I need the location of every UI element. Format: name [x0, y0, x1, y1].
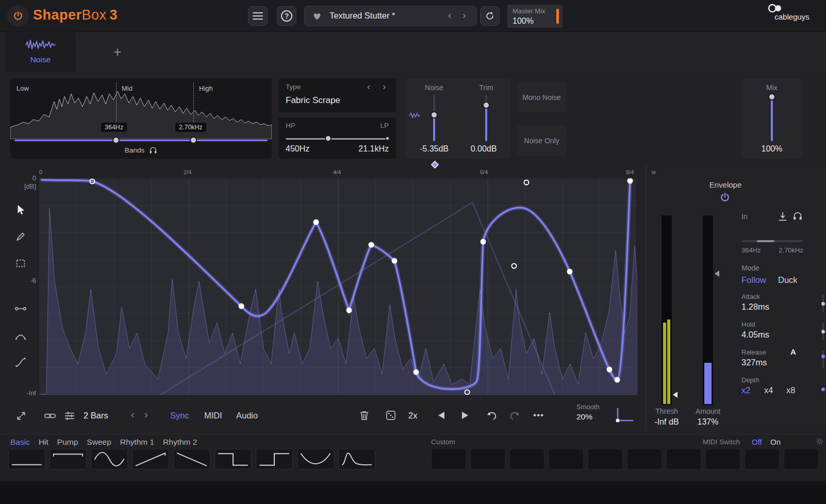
- draw-tool-button[interactable]: [11, 227, 30, 246]
- amount-value[interactable]: 137%: [695, 417, 721, 427]
- delete-wave-button[interactable]: [355, 406, 373, 425]
- randomize-button[interactable]: [382, 406, 400, 425]
- lp-handle[interactable]: [385, 136, 390, 141]
- midi-mode-button[interactable]: MIDI: [204, 411, 222, 421]
- env-input-range-slider[interactable]: [741, 240, 803, 242]
- line-tool-button[interactable]: [11, 299, 30, 318]
- band-listen-headphones-icon[interactable]: [149, 146, 157, 154]
- category-pump[interactable]: Pump: [57, 438, 78, 447]
- type-value[interactable]: Fabric Scrape: [286, 95, 340, 106]
- type-prev-button[interactable]: ‹: [367, 81, 370, 92]
- threshold-value[interactable]: -Inf dB: [646, 417, 687, 427]
- mix-value[interactable]: 100%: [741, 144, 803, 154]
- master-mix-level-bar[interactable]: [556, 9, 559, 24]
- depth-x4-button[interactable]: x4: [764, 385, 773, 395]
- wave-preset-sine[interactable]: [91, 449, 128, 469]
- s-curve-tool-button[interactable]: [11, 353, 30, 372]
- help-button[interactable]: ?: [277, 6, 296, 26]
- mix-slider-handle[interactable]: [768, 93, 775, 100]
- crossover-line-high[interactable]: [193, 82, 194, 127]
- custom-wave-slot-5[interactable]: [588, 449, 623, 469]
- undo-button[interactable]: [483, 406, 501, 425]
- amount-meter[interactable]: [703, 215, 713, 405]
- custom-wave-slot-6[interactable]: [627, 449, 662, 469]
- midi-switch-settings-icon[interactable]: [816, 438, 823, 445]
- collapse-panel-button[interactable]: »: [651, 167, 656, 177]
- wave-preset-valley[interactable]: [297, 449, 334, 469]
- custom-wave-slot-3[interactable]: [509, 449, 544, 469]
- noise-only-button[interactable]: Noise Only: [517, 126, 567, 156]
- attack-mini-slider[interactable]: [822, 295, 824, 312]
- wave-pattern-list-button[interactable]: [61, 407, 78, 425]
- threshold-marker[interactable]: [673, 392, 678, 398]
- custom-wave-slot-8[interactable]: [705, 449, 740, 469]
- release-auto-badge[interactable]: A: [790, 347, 796, 356]
- arc-tool-button[interactable]: [11, 326, 30, 345]
- select-tool-button[interactable]: [11, 254, 30, 273]
- midi-switch-off-button[interactable]: Off: [752, 438, 762, 446]
- filter-range-slider[interactable]: [286, 138, 389, 140]
- mode-duck-button[interactable]: Duck: [778, 275, 798, 285]
- pointer-tool-button[interactable]: [11, 200, 30, 219]
- shift-wave-right-button[interactable]: [456, 406, 474, 425]
- release-value[interactable]: 327ms: [741, 358, 767, 367]
- wave-preset-spike-decay[interactable]: [338, 449, 375, 469]
- custom-wave-slot-1[interactable]: [431, 449, 466, 469]
- custom-wave-slot-10[interactable]: [784, 449, 819, 469]
- lfo-editor[interactable]: [39, 178, 637, 394]
- category-rhythm2[interactable]: Rhythm 2: [163, 438, 197, 447]
- tab-noise[interactable]: Noise: [5, 32, 76, 72]
- trim-slider-handle[interactable]: [483, 102, 490, 109]
- add-tab-button[interactable]: +: [108, 43, 127, 61]
- custom-wave-slot-2[interactable]: [470, 449, 505, 469]
- custom-wave-slot-4[interactable]: [549, 449, 584, 469]
- preset-bar[interactable]: Textured Stutter * ‹ ›: [304, 6, 477, 26]
- crossover-line-low[interactable]: [116, 82, 117, 127]
- hold-mini-slider[interactable]: [822, 323, 824, 340]
- shift-wave-left-button[interactable]: [432, 406, 451, 425]
- bars-length-value[interactable]: 2 Bars: [84, 411, 108, 421]
- lfo-canvas[interactable]: [39, 178, 637, 395]
- noise-value[interactable]: -5.35dB: [410, 144, 458, 154]
- noise-slider-handle[interactable]: [431, 111, 438, 119]
- category-rhythm1[interactable]: Rhythm 1: [120, 438, 154, 447]
- category-basic[interactable]: Basic: [10, 438, 30, 447]
- hp-value[interactable]: 450Hz: [286, 144, 309, 154]
- category-hit[interactable]: Hit: [39, 438, 48, 447]
- audio-mode-button[interactable]: Audio: [236, 411, 258, 421]
- band-split-handle-low[interactable]: [112, 137, 120, 144]
- sync-mode-button[interactable]: Sync: [170, 411, 189, 421]
- wave-preset-ramp-up[interactable]: [132, 449, 169, 469]
- ab-loop-button[interactable]: [480, 6, 500, 26]
- midi-switch-on-button[interactable]: On: [770, 438, 781, 446]
- favorite-heart-icon[interactable]: [312, 11, 322, 21]
- bars-prev-button[interactable]: ‹: [131, 409, 135, 421]
- custom-wave-slot-7[interactable]: [666, 449, 701, 469]
- redo-button[interactable]: [505, 406, 524, 425]
- mode-follow-button[interactable]: Follow: [741, 275, 766, 285]
- depth-x8-button[interactable]: x8: [786, 385, 795, 395]
- preset-prev-button[interactable]: ‹: [448, 9, 452, 21]
- band-split-slider[interactable]: [14, 140, 268, 141]
- amount-marker[interactable]: [715, 271, 719, 277]
- envelope-power-button[interactable]: [719, 192, 731, 203]
- sidechain-input-icon[interactable]: [777, 211, 788, 223]
- wave-preset-step-up[interactable]: [256, 449, 293, 469]
- wave-preset-step-down[interactable]: [214, 449, 252, 469]
- release-mini-slider[interactable]: [822, 350, 824, 368]
- wave-preset-flat-low[interactable]: [8, 449, 45, 469]
- trim-value[interactable]: 0.00dB: [461, 144, 506, 154]
- preset-name[interactable]: Textured Stutter *: [329, 11, 395, 21]
- band-split-handle-high[interactable]: [190, 137, 197, 144]
- preset-next-button[interactable]: ›: [462, 9, 466, 21]
- depth-mini-handle[interactable]: [821, 388, 825, 391]
- power-button[interactable]: [7, 5, 29, 27]
- type-next-button[interactable]: ›: [383, 81, 386, 92]
- speed-multiplier-button[interactable]: 2x: [408, 411, 417, 421]
- link-waves-button[interactable]: [41, 407, 59, 425]
- env-listen-headphones-icon[interactable]: [792, 211, 803, 221]
- hp-handle[interactable]: [325, 135, 332, 142]
- smooth-control[interactable]: Smooth 20%: [576, 403, 635, 428]
- menu-button[interactable]: [248, 6, 268, 26]
- master-mix-control[interactable]: Master Mix 100%: [507, 5, 563, 28]
